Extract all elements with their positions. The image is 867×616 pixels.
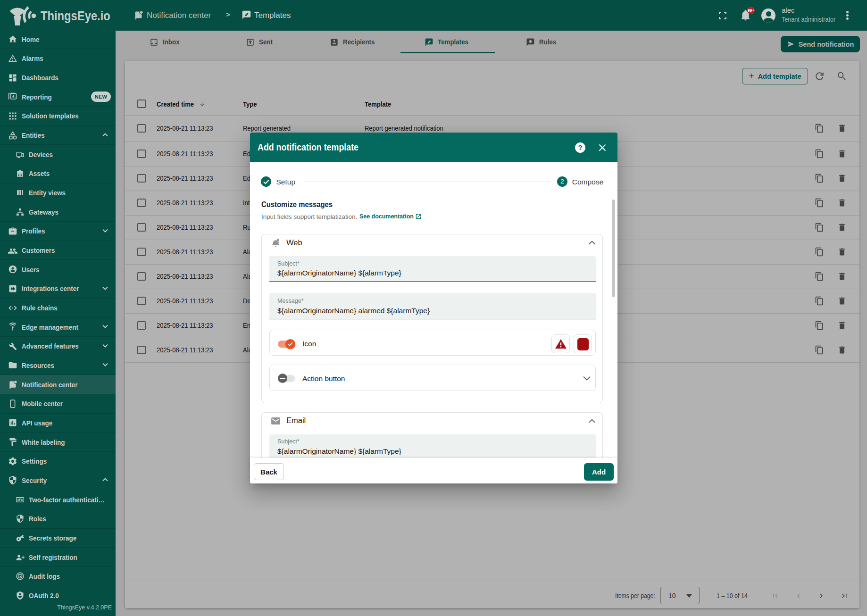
svg-text:2FA: 2FA [17,498,23,501]
svg-text:ThingsEye.io: ThingsEye.io [41,9,110,23]
